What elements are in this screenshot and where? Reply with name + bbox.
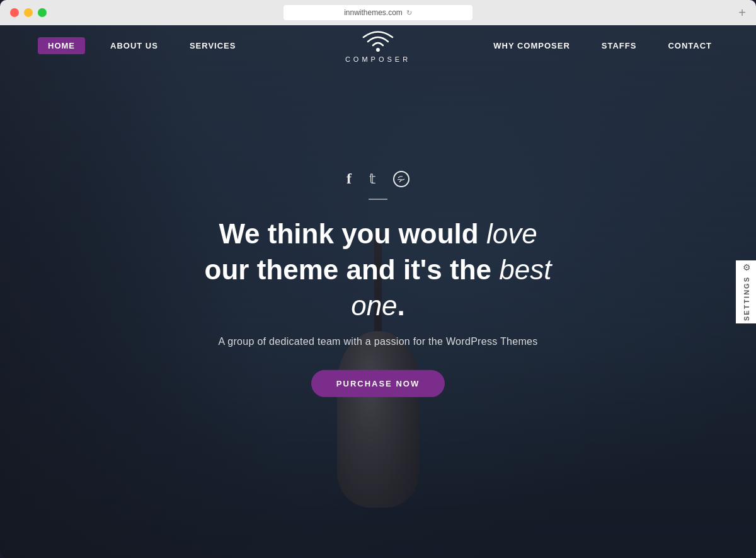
purchase-button[interactable]: PURCHASE NOW bbox=[311, 370, 445, 397]
logo-text: COMPOSER bbox=[345, 55, 411, 63]
twitter-icon[interactable]: 𝕥 bbox=[369, 171, 375, 187]
hero-section: HOME ABOUT US SERVICES COMPOSER bbox=[0, 25, 756, 558]
headline-part1: We think you would bbox=[219, 218, 486, 248]
nav-right: WHY COMPOSER STAFFS CONTACT bbox=[487, 37, 718, 54]
minimize-button[interactable] bbox=[24, 8, 33, 17]
nav-left: HOME ABOUT US SERVICES bbox=[38, 37, 242, 54]
nav-staffs[interactable]: STAFFS bbox=[595, 37, 643, 54]
nav-contact[interactable]: CONTACT bbox=[662, 37, 718, 54]
navbar: HOME ABOUT US SERVICES COMPOSER bbox=[0, 25, 756, 66]
hero-subtext: A group of dedicated team with a passion… bbox=[158, 336, 598, 347]
social-icons: f 𝕥 bbox=[346, 170, 410, 187]
dribbble-icon[interactable] bbox=[393, 171, 410, 187]
new-tab-button[interactable]: + bbox=[738, 6, 746, 19]
headline-italic2: best bbox=[499, 253, 551, 284]
refresh-icon[interactable]: ↻ bbox=[406, 9, 412, 17]
titlebar: innwithemes.com ↻ + bbox=[0, 0, 756, 25]
headline-part2: our theme and it's the bbox=[205, 253, 500, 284]
mac-window: innwithemes.com ↻ + HOME ABOUT US SERVIC bbox=[0, 0, 756, 558]
nav-home[interactable]: HOME bbox=[38, 37, 85, 54]
nav-about[interactable]: ABOUT US bbox=[104, 37, 164, 54]
hero-headline: We think you would love our theme and it… bbox=[158, 215, 598, 323]
url-bar[interactable]: innwithemes.com ↻ bbox=[284, 5, 472, 20]
settings-panel[interactable]: ⚙ SETTINGS bbox=[736, 260, 756, 323]
headline-part3: one bbox=[351, 290, 397, 321]
logo[interactable]: COMPOSER bbox=[345, 29, 411, 63]
url-text: innwithemes.com bbox=[344, 8, 403, 17]
logo-icon bbox=[362, 29, 394, 53]
headline-period: . bbox=[398, 290, 405, 321]
svg-point-0 bbox=[376, 48, 380, 52]
browser-content: HOME ABOUT US SERVICES COMPOSER bbox=[0, 25, 756, 558]
close-button[interactable] bbox=[10, 8, 19, 17]
settings-label: SETTINGS bbox=[743, 276, 750, 321]
facebook-icon[interactable]: f bbox=[346, 170, 352, 187]
nav-why-composer[interactable]: WHY COMPOSER bbox=[487, 37, 576, 54]
settings-gear-icon: ⚙ bbox=[743, 262, 751, 272]
maximize-button[interactable] bbox=[38, 8, 47, 17]
hero-content: We think you would love our theme and it… bbox=[158, 215, 598, 397]
headline-italic1: love bbox=[486, 218, 537, 248]
social-divider bbox=[369, 199, 387, 200]
nav-services[interactable]: SERVICES bbox=[183, 37, 243, 54]
